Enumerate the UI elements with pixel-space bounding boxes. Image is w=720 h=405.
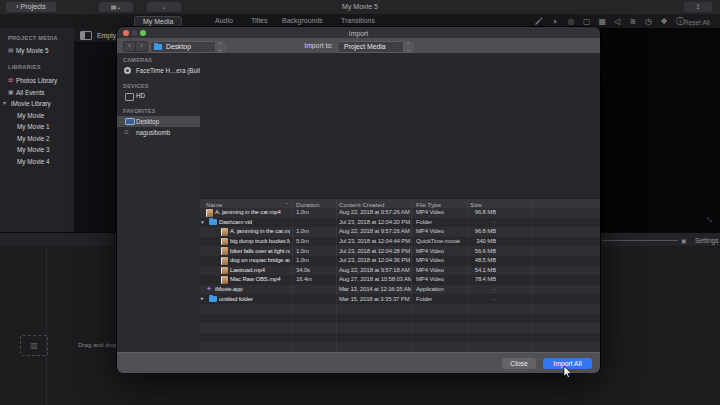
people-filter-icon[interactable]: ▣ bbox=[681, 237, 687, 244]
dialog-sidebar-item-desktop[interactable]: Desktop bbox=[117, 116, 200, 127]
file-name: Mac Raw OBS.mp4 bbox=[230, 276, 290, 282]
sidebar-section-project-media: PROJECT MEDIA bbox=[8, 35, 58, 41]
info-icon[interactable]: ⓘ bbox=[676, 17, 684, 26]
sidebar-item-my-movie-5[interactable]: ▤My Movie 5 bbox=[0, 46, 74, 56]
import-to-label: Import to: bbox=[267, 42, 333, 49]
location-value: Desktop bbox=[166, 42, 191, 53]
clip-size-icon[interactable]: ⤡ bbox=[707, 217, 712, 224]
sidebar-item-label: My Movie 3 bbox=[17, 146, 50, 153]
sidebar-toggle-icon[interactable] bbox=[80, 31, 92, 40]
file-created: Aug 22, 2018 at 9:57:26 AM bbox=[339, 228, 411, 234]
filmstrip-icon: ▤ bbox=[8, 46, 14, 53]
table-row-imovie-app[interactable]: ✦iMovie.appMar 13, 2014 at 12:16:35 AMAp… bbox=[200, 285, 600, 295]
file-size: 96.8 MB bbox=[450, 228, 496, 234]
dialog-sidebar-section-favorites: FAVORITES bbox=[123, 108, 156, 114]
sidebar-item-my-movie-3[interactable]: My Movie 3 bbox=[0, 145, 74, 155]
column-header-name[interactable]: Name bbox=[206, 201, 223, 208]
thumbnail-zoom-slider[interactable] bbox=[602, 240, 678, 241]
sidebar-item-label: My Movie 4 bbox=[17, 158, 50, 165]
table-row-biker-falls-over-at-light-nat-s[interactable]: biker falls over at light nat's…1.0mJul … bbox=[200, 246, 600, 256]
dialog-sidebar-item-hd[interactable]: HD bbox=[117, 90, 200, 101]
camera-icon bbox=[124, 67, 131, 74]
import-to-popup[interactable]: Project Media ⌃⌄ bbox=[337, 41, 414, 54]
sidebar-section-libraries: LIBRARIES bbox=[8, 64, 41, 70]
folder-icon bbox=[209, 296, 217, 302]
file-duration: 1.0m bbox=[296, 228, 334, 234]
video-file-icon bbox=[221, 247, 228, 255]
color-correction-icon[interactable]: ◎ bbox=[568, 17, 575, 26]
forward-button[interactable]: › bbox=[135, 41, 148, 52]
sidebar-item-label: My Movie 1 bbox=[17, 123, 50, 130]
stabilization-icon[interactable]: ▦ bbox=[599, 17, 607, 26]
dialog-sidebar-item-nagusibomb[interactable]: ⌂nagusibomb bbox=[117, 127, 200, 138]
media-pane-empty-label: Empty bbox=[97, 32, 116, 39]
sidebar-item-label: All Events bbox=[16, 89, 44, 96]
dialog-sidebar-section-cameras: CAMERAS bbox=[123, 57, 152, 63]
file-duration: 1.0m bbox=[296, 248, 334, 254]
color-balance-icon[interactable]: ◑ bbox=[552, 17, 557, 26]
file-created: Jul 23, 2018 at 12:04:36 PM bbox=[339, 257, 411, 263]
table-row-a-jamming-in-the-car-mp4[interactable]: A. jamming in the car.mp41.0mAug 22, 201… bbox=[200, 227, 600, 237]
column-header-duration[interactable]: Duration bbox=[296, 201, 319, 208]
location-popup[interactable]: Desktop ⌃⌄ bbox=[150, 41, 226, 54]
imovie-app: ‹ Projects ▤⌄ ↓ My Movie 5 ↥ My MediaAud… bbox=[0, 0, 720, 405]
reset-all-button[interactable]: Reset All bbox=[684, 19, 710, 26]
file-created: Jul 23, 2018 at 12:04:20 PM bbox=[339, 219, 411, 225]
sidebar-item-my-movie-4[interactable]: My Movie 4 bbox=[0, 157, 74, 167]
mouse-cursor bbox=[563, 366, 573, 379]
file-created: Aug 27, 2018 at 10:58:03 AM bbox=[339, 276, 411, 282]
share-button[interactable]: ↥ bbox=[684, 2, 712, 12]
folder-icon bbox=[154, 44, 162, 50]
empty-table-row bbox=[200, 314, 600, 324]
sidebar-item-my-movie[interactable]: My Movie bbox=[0, 111, 74, 121]
viewer-area bbox=[600, 28, 720, 232]
table-row-lastroad-mp4[interactable]: Lastroad.mp434.0sAug 22, 2018 at 9:57:18… bbox=[200, 266, 600, 276]
file-name: iMovie.app bbox=[215, 286, 290, 292]
sidebar-item-all-events[interactable]: ▣All Events bbox=[0, 88, 74, 98]
crop-icon[interactable]: ▢ bbox=[583, 17, 591, 26]
close-button[interactable]: Close bbox=[502, 358, 536, 369]
file-size: 56.6 MB bbox=[450, 248, 496, 254]
column-header-created[interactable]: Content Created bbox=[339, 201, 384, 208]
drop-zone-icon: ▥ bbox=[20, 335, 48, 356]
column-divider bbox=[336, 198, 337, 352]
file-name: biker falls over at light nat's… bbox=[230, 248, 290, 254]
monitor-icon bbox=[125, 118, 135, 126]
column-divider bbox=[467, 198, 468, 352]
sidebar-item-label: My Movie 5 bbox=[16, 47, 49, 54]
dialog-sidebar-item-facetime-h-era-built-in[interactable]: FaceTime H…era (Built-in) bbox=[117, 65, 200, 76]
table-row-big-dump-truck-bucket-mov[interactable]: big dump truck bucket.MOV5.0mJul 23, 201… bbox=[200, 237, 600, 247]
disclosure-open-icon[interactable]: ▾ bbox=[201, 219, 204, 225]
file-name: dog on mopac bridge austin.… bbox=[230, 257, 290, 263]
volume-icon[interactable]: ◁ bbox=[614, 17, 620, 26]
file-name: big dump truck bucket.MOV bbox=[230, 238, 290, 244]
sidebar-item-my-movie-1[interactable]: My Movie 1 bbox=[0, 122, 74, 132]
table-row-mac-raw-obs-mp4[interactable]: Mac Raw OBS.mp416.4mAug 27, 2018 at 10:5… bbox=[200, 275, 600, 285]
sidebar-item-photos-library[interactable]: ✿Photos Library bbox=[0, 76, 74, 86]
file-size: -- bbox=[450, 219, 496, 225]
column-header-size[interactable]: Size bbox=[470, 201, 482, 208]
file-created: Aug 22, 2018 at 9:57:26 AM bbox=[339, 209, 411, 215]
effects-icon[interactable]: ❖ bbox=[661, 17, 668, 26]
noise-reduction-icon[interactable]: ≋ bbox=[630, 17, 637, 26]
file-duration: 1.0m bbox=[296, 209, 334, 215]
sidebar-item-label: iMovie Library bbox=[11, 100, 51, 107]
timeline-settings-button[interactable]: Settings bbox=[695, 237, 719, 244]
timeline-gutter-divider bbox=[46, 246, 47, 405]
column-header-filetype[interactable]: File Type bbox=[416, 201, 441, 208]
file-created: Aug 22, 2018 at 9:57:18 AM bbox=[339, 267, 411, 273]
dialog-sidebar-item-label: HD bbox=[136, 92, 145, 99]
dialog-toolbar: ‹ › Desktop ⌃⌄ Import to: Project Media … bbox=[117, 38, 600, 54]
table-row-untitled-folder[interactable]: ▸untitled folderMar 15, 2018 at 3:35:37 … bbox=[200, 294, 600, 304]
dialog-titlebar[interactable]: Import bbox=[117, 27, 600, 38]
speed-icon[interactable]: ◷ bbox=[645, 17, 652, 26]
sidebar-item-my-movie-2[interactable]: My Movie 2 bbox=[0, 134, 74, 144]
table-row-dashcam-vid[interactable]: ▾Dashcam vidJul 23, 2018 at 12:04:20 PMF… bbox=[200, 218, 600, 228]
table-row-dog-on-mopac-bridge-austin[interactable]: dog on mopac bridge austin.…1.0mJul 23, … bbox=[200, 256, 600, 266]
video-file-icon bbox=[221, 238, 228, 246]
all-events-icon: ▣ bbox=[8, 88, 14, 95]
file-duration: 16.4m bbox=[296, 276, 334, 282]
disclosure-closed-icon[interactable]: ▸ bbox=[201, 295, 204, 301]
sidebar-item-imovie-library[interactable]: ▾iMovie Library bbox=[0, 99, 74, 109]
table-row-a-jamming-in-the-car-mp4[interactable]: A. jamming in the car.mp41.0mAug 22, 201… bbox=[200, 208, 600, 218]
